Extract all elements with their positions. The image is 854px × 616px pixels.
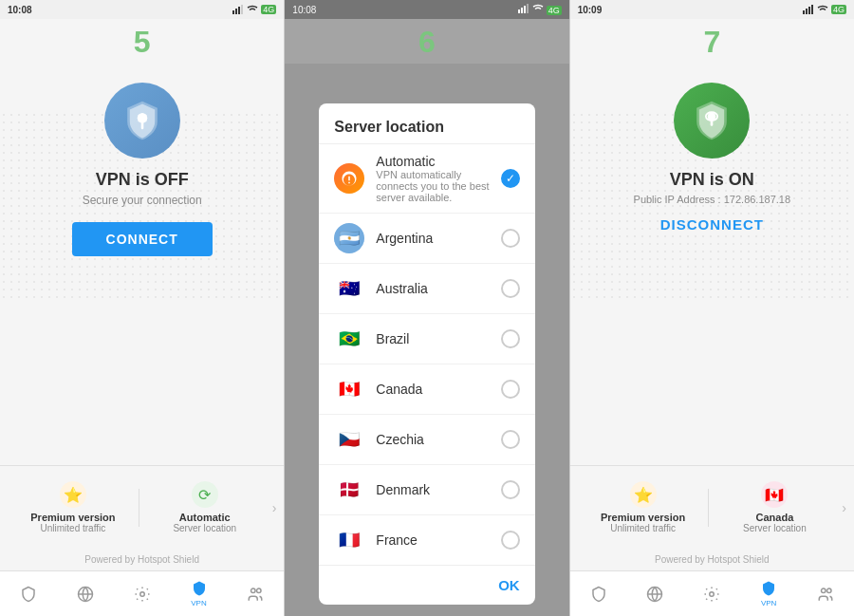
auto-flag-icon — [334, 163, 364, 194]
premium-item-1: ⭐ Premium version Unlimited traffic — [8, 477, 139, 537]
connect-button[interactable]: CONNECT — [72, 222, 213, 256]
czechia-name: Czechia — [376, 432, 500, 447]
nav-users-icon-1 — [247, 586, 264, 603]
radio-denmark[interactable] — [501, 480, 520, 499]
list-item-brazil[interactable]: 🇧🇷 Brazil — [319, 314, 534, 364]
status-icons-3: 4G — [803, 5, 846, 14]
svg-rect-15 — [527, 4, 529, 13]
nav-vpn-label-1: VPN — [191, 599, 206, 607]
list-item-france[interactable]: 🇫🇷 France — [319, 515, 534, 565]
signal-icon-2 — [518, 4, 529, 13]
premium-sub-1: Unlimited traffic — [41, 523, 106, 533]
list-item-denmark[interactable]: 🇩🇰 Denmark — [319, 465, 534, 515]
nav-shield-1[interactable] — [0, 571, 57, 616]
brazil-name: Brazil — [376, 331, 500, 346]
radio-automatic[interactable]: ✓ — [501, 169, 520, 188]
france-info: France — [376, 532, 500, 548]
signal-icon-3 — [803, 5, 814, 14]
shield-on-icon — [691, 100, 733, 141]
svg-rect-13 — [521, 8, 523, 13]
ip-address-3: Public IP Address : 172.86.187.18 — [634, 194, 791, 205]
nav-settings-3[interactable] — [683, 571, 740, 616]
denmark-info: Denmark — [376, 482, 500, 497]
location-list: Automatic VPN automatically connects you… — [319, 144, 534, 565]
signal-icon-1 — [232, 5, 244, 14]
list-item-automatic[interactable]: Automatic VPN automatically connects you… — [319, 144, 534, 214]
modal-overlay: Server location Automatic VPN automatica… — [285, 64, 568, 616]
wifi-icon-3 — [817, 5, 828, 14]
list-item-australia[interactable]: 🇦🇺 Australia — [319, 264, 534, 314]
vpn-status-1: VPN is OFF — [96, 170, 189, 190]
panel-3: 10:09 4G 7 VPN is ON Public IP Address :… — [570, 0, 854, 616]
radio-brazil[interactable] — [501, 329, 520, 348]
nav-vpn-1[interactable]: VPN — [171, 571, 228, 616]
nav-settings-icon-1 — [134, 586, 151, 603]
status-bar-2: 10:08 4G — [285, 0, 568, 19]
server-label-1: Automatic — [179, 512, 231, 523]
network-badge-3: 4G — [831, 5, 846, 14]
bottom-info-3: ⭐ Premium version Unlimited traffic 🇨🇦 C… — [570, 465, 854, 549]
shield-off-icon — [121, 100, 163, 141]
canada-name: Canada — [376, 382, 500, 397]
bottom-info-1: ⭐ Premium version Unlimited traffic ⟳ Au… — [0, 465, 284, 549]
flag-brazil: 🇧🇷 — [334, 324, 364, 354]
bottom-nav-1: VPN — [0, 570, 284, 616]
radio-canada[interactable] — [501, 380, 520, 399]
canada-info: Canada — [376, 382, 500, 397]
premium-sub-3: Unlimited traffic — [610, 523, 676, 533]
premium-icon-3: ⭐ — [630, 481, 657, 508]
premium-icon-1: ⭐ — [60, 481, 86, 508]
time-3: 10:09 — [578, 5, 603, 15]
step-2: 6 — [285, 19, 568, 64]
radio-australia[interactable] — [501, 279, 520, 298]
list-item-czechia[interactable]: 🇨🇿 Czechia — [319, 415, 534, 465]
nav-settings-1[interactable] — [114, 571, 171, 616]
powered-by-1: Powered by Hotspot Shield — [0, 549, 284, 570]
nav-vpn-3[interactable]: VPN — [740, 571, 797, 616]
server-item-1[interactable]: ⟳ Automatic Server location — [139, 477, 270, 537]
czechia-info: Czechia — [376, 432, 500, 447]
auto-info: Automatic VPN automatically connects you… — [376, 154, 500, 203]
nav-vpn-icon-1 — [191, 580, 208, 597]
modal-card: Server location Automatic VPN automatica… — [319, 103, 534, 605]
france-name: France — [376, 532, 500, 548]
panel-1: 10:08 4G 5 VPN is OFF Secure your connec… — [0, 0, 284, 616]
modal-footer: OK — [319, 565, 534, 605]
list-item-argentina[interactable]: 🇦🇷 Argentina — [319, 214, 534, 264]
nav-globe-1[interactable] — [57, 571, 114, 616]
radio-france[interactable] — [501, 531, 520, 550]
svg-rect-22 — [808, 7, 810, 14]
wifi-icon-1 — [247, 5, 258, 14]
nav-globe-3[interactable] — [627, 571, 684, 616]
chevron-right-3: › — [842, 500, 846, 515]
svg-rect-23 — [811, 5, 813, 14]
nav-users-3[interactable] — [797, 571, 854, 616]
panel-2: 10:08 4G 6 Server location Automatic VPN… — [284, 0, 569, 616]
svg-rect-2 — [238, 7, 240, 14]
flag-australia: 🇦🇺 — [334, 273, 364, 304]
network-badge-2: 4G — [547, 6, 562, 15]
list-item-canada[interactable]: 🇨🇦 Canada — [319, 364, 534, 415]
disconnect-button[interactable]: DISCONNECT — [660, 216, 764, 233]
chevron-right-1: › — [272, 500, 277, 515]
time-1: 10:08 — [8, 5, 32, 15]
radio-argentina[interactable] — [501, 229, 520, 248]
svg-point-10 — [251, 588, 256, 593]
server-sub-3: Server location — [743, 523, 807, 533]
radio-czechia[interactable] — [501, 430, 520, 449]
server-item-3[interactable]: 🇨🇦 Canada Server location — [709, 477, 840, 537]
australia-info: Australia — [376, 281, 500, 296]
australia-name: Australia — [376, 281, 500, 296]
nav-globe-icon-3 — [646, 586, 663, 603]
status-bar-1: 10:08 4G — [0, 0, 284, 19]
svg-point-28 — [710, 591, 715, 596]
status-icons-2: 4G — [518, 4, 562, 15]
main-content-3: VPN is ON Public IP Address : 172.86.187… — [570, 64, 854, 465]
modal-title: Server location — [319, 103, 534, 144]
svg-rect-20 — [803, 10, 805, 14]
ok-button[interactable]: OK — [498, 577, 520, 593]
premium-item-3: ⭐ Premium version Unlimited traffic — [578, 477, 709, 537]
auto-name: Automatic — [376, 154, 500, 169]
nav-shield-3[interactable] — [570, 571, 627, 616]
nav-users-1[interactable] — [227, 571, 284, 616]
